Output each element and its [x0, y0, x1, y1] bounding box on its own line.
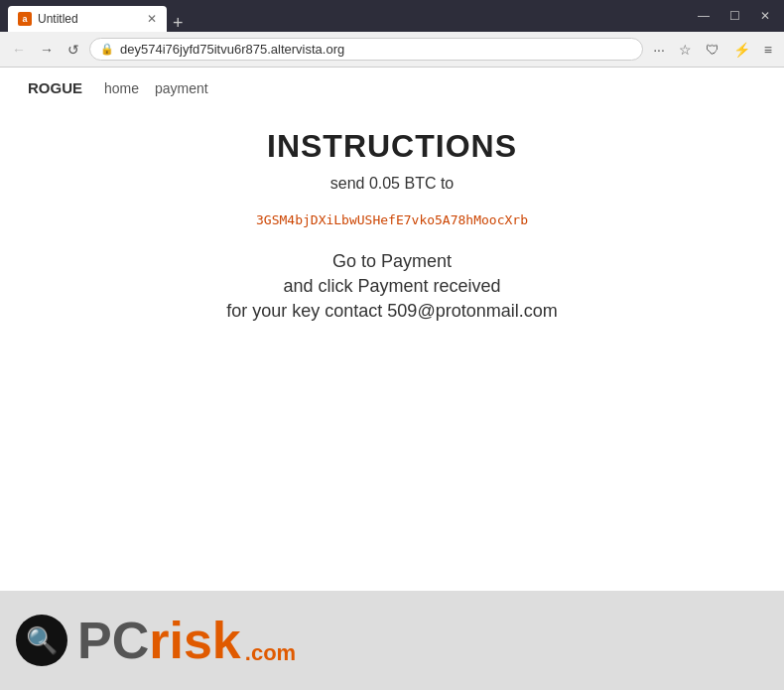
- lock-icon: 🔒: [100, 43, 114, 56]
- tab-favicon: a: [18, 12, 32, 26]
- instructions-title: INSTRUCTIONS: [40, 128, 744, 165]
- pcrisk-logo-icon: [16, 615, 67, 666]
- tab-title: Untitled: [38, 12, 141, 26]
- tab-close-button[interactable]: ✕: [147, 13, 157, 25]
- pcrisk-logo: PCrisk .com: [77, 615, 296, 666]
- contact-text: for your key contact 509@protonmail.com: [40, 301, 744, 322]
- shield-button[interactable]: 🛡: [702, 40, 723, 60]
- back-button[interactable]: ←: [8, 40, 30, 60]
- btc-address: 3GSM4bjDXiLbwUSHefE7vko5A78hMoocXrb: [40, 212, 744, 227]
- bookmark-button[interactable]: ☆: [675, 40, 696, 60]
- logo-pc-text: PCrisk: [77, 615, 241, 666]
- address-bar[interactable]: 🔒 dey574i76jyfd75itvu6r875.altervista.or…: [89, 38, 643, 61]
- url-text: dey574i76jyfd75itvu6r875.altervista.org: [120, 42, 632, 57]
- minimize-button[interactable]: —: [692, 7, 716, 25]
- send-text: send 0.05 BTC to: [40, 175, 744, 193]
- more-button[interactable]: ···: [649, 40, 669, 60]
- tab-area: a Untitled ✕ +: [8, 0, 688, 32]
- browser-content: ROGUE home payment INSTRUCTIONS send 0.0…: [0, 68, 784, 591]
- nav-payment-link[interactable]: payment: [155, 80, 208, 96]
- window-controls: — ☐ ✕: [692, 7, 776, 25]
- forward-button[interactable]: →: [36, 40, 58, 60]
- new-tab-button[interactable]: +: [167, 14, 190, 32]
- restore-button[interactable]: ☐: [723, 7, 746, 25]
- menu-button[interactable]: ≡: [760, 40, 776, 60]
- logo-dotcom-text: .com: [245, 640, 296, 666]
- nav-bar: ← → ↺ 🔒 dey574i76jyfd75itvu6r875.altervi…: [0, 32, 784, 68]
- site-brand: ROGUE: [28, 79, 82, 96]
- extensions-button[interactable]: ⚡: [729, 40, 754, 60]
- and-click-text: and click Payment received: [40, 276, 744, 297]
- watermark-bar: PCrisk .com: [0, 591, 784, 690]
- browser-tab[interactable]: a Untitled ✕: [8, 6, 167, 32]
- close-window-button[interactable]: ✕: [754, 7, 776, 25]
- nav-home-link[interactable]: home: [104, 80, 139, 96]
- refresh-button[interactable]: ↺: [64, 40, 83, 60]
- main-content: INSTRUCTIONS send 0.05 BTC to 3GSM4bjDXi…: [0, 108, 784, 342]
- nav-actions: ··· ☆ 🛡 ⚡ ≡: [649, 40, 776, 60]
- site-nav: ROGUE home payment: [0, 68, 784, 108]
- title-bar: a Untitled ✕ + — ☐ ✕: [0, 0, 784, 32]
- goto-payment-text: Go to Payment: [40, 251, 744, 272]
